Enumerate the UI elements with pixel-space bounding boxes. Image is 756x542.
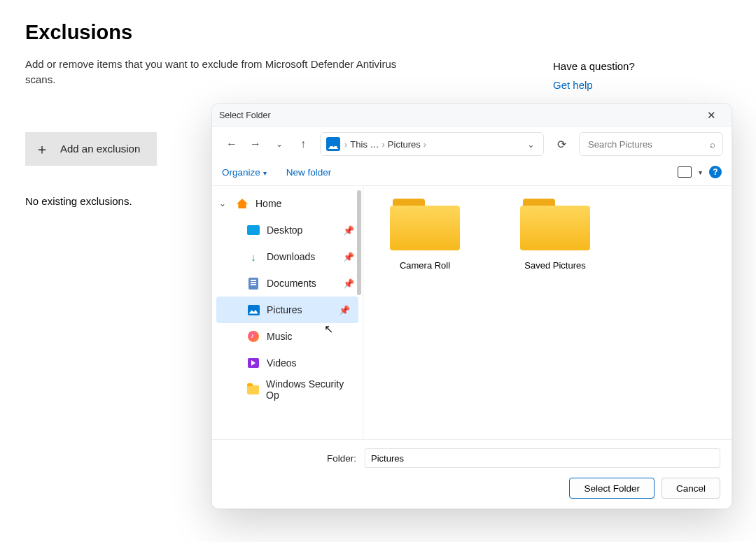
sidebar-item-label: Downloads <box>267 251 315 262</box>
plus-icon: ＋ <box>35 142 49 156</box>
sidebar-item-label: Windows Security Op <box>266 378 354 401</box>
cancel-button[interactable]: Cancel <box>662 478 720 499</box>
organize-menu[interactable]: Organize▾ <box>222 167 267 178</box>
chevron-right-icon: › <box>382 139 385 150</box>
folder-item-label: Saved Pictures <box>503 260 607 271</box>
folder-icon <box>247 385 259 394</box>
add-exclusion-label: Add an exclusion <box>60 143 140 155</box>
videos-icon <box>248 358 259 368</box>
folder-item[interactable]: Saved Pictures <box>503 199 607 271</box>
page-subtitle: Add or remove items that you want to exc… <box>25 57 417 87</box>
forward-icon[interactable]: → <box>246 134 265 154</box>
dialog-title: Select Folder <box>219 110 271 120</box>
home-icon <box>237 199 248 208</box>
sidebar-item-music[interactable]: Music <box>212 323 363 350</box>
sidebar-item-label: Desktop <box>267 224 302 236</box>
folder-icon <box>390 199 460 250</box>
back-icon[interactable]: ← <box>222 134 241 154</box>
sidebar-item-label: Documents <box>267 278 316 289</box>
add-exclusion-button[interactable]: ＋ Add an exclusion <box>25 132 157 166</box>
folder-item-label: Camera Roll <box>373 260 477 271</box>
refresh-icon[interactable]: ⟳ <box>550 138 573 151</box>
breadcrumb-leaf[interactable]: Pictures <box>388 139 421 150</box>
sidebar-item-label: Videos <box>267 357 297 369</box>
sidebar-item-pictures[interactable]: Pictures 📌 <box>216 297 358 323</box>
get-help-link[interactable]: Get help <box>553 79 693 91</box>
help-icon[interactable]: ? <box>709 166 722 178</box>
sidebar-item-label: Home <box>255 198 281 209</box>
pin-icon: 📌 <box>343 252 354 262</box>
sidebar-item-downloads[interactable]: Downloads 📌 <box>212 243 363 270</box>
sidebar-item-desktop[interactable]: Desktop 📌 <box>212 217 363 243</box>
folder-item[interactable]: Camera Roll <box>373 199 477 271</box>
folder-field-label: Folder: <box>223 453 356 464</box>
sidebar-item-videos[interactable]: Videos <box>212 350 363 376</box>
folder-field[interactable] <box>365 448 720 468</box>
breadcrumb-dropdown-icon[interactable]: ⌄ <box>523 139 539 150</box>
search-input[interactable] <box>587 138 710 150</box>
breadcrumb-trunc[interactable]: This … <box>350 139 379 150</box>
breadcrumb[interactable]: › This … › Pictures › ⌄ <box>320 132 544 156</box>
recent-dropdown-icon[interactable]: ⌄ <box>270 134 289 154</box>
up-icon[interactable]: ↑ <box>293 134 313 154</box>
chevron-down-icon: ▾ <box>263 169 267 177</box>
music-icon <box>248 331 259 342</box>
select-folder-button[interactable]: Select Folder <box>569 478 654 499</box>
sidebar-item-home[interactable]: ⌄ Home <box>212 190 363 217</box>
chevron-right-icon: › <box>424 139 426 150</box>
sidebar: ⌄ Home Desktop 📌 Downloads 📌 Documents 📌 <box>212 186 363 439</box>
pictures-icon <box>326 137 340 151</box>
close-icon[interactable]: ✕ <box>698 106 724 125</box>
desktop-icon <box>247 225 260 235</box>
sidebar-item-label: Pictures <box>267 304 302 315</box>
documents-icon <box>248 278 258 290</box>
search-icon: ⌕ <box>710 139 715 150</box>
folder-icon <box>520 199 590 250</box>
view-mode-icon[interactable] <box>678 166 692 178</box>
pin-icon: 📌 <box>343 278 354 289</box>
page-title: Exclusions <box>25 21 731 44</box>
sidebar-item-label: Music <box>267 331 293 342</box>
folder-content: Camera Roll Saved Pictures <box>363 186 732 439</box>
chevron-down-icon: ⌄ <box>219 199 226 208</box>
pin-icon: 📌 <box>343 225 354 236</box>
view-dropdown-icon[interactable]: ▾ <box>699 169 702 176</box>
pin-icon: 📌 <box>339 305 350 315</box>
new-folder-button[interactable]: New folder <box>286 167 332 178</box>
chevron-right-icon: › <box>344 139 347 150</box>
select-folder-dialog: Select Folder ✕ ← → ⌄ ↑ › This … › Pictu… <box>211 104 732 509</box>
pictures-icon <box>248 305 260 315</box>
search-box[interactable]: ⌕ <box>579 132 723 156</box>
sidebar-item-documents[interactable]: Documents 📌 <box>212 270 363 297</box>
sidebar-item-folder[interactable]: Windows Security Op <box>212 376 363 403</box>
scrollbar-thumb[interactable] <box>357 190 361 295</box>
downloads-icon <box>247 250 260 263</box>
help-heading: Have a question? <box>553 60 693 72</box>
